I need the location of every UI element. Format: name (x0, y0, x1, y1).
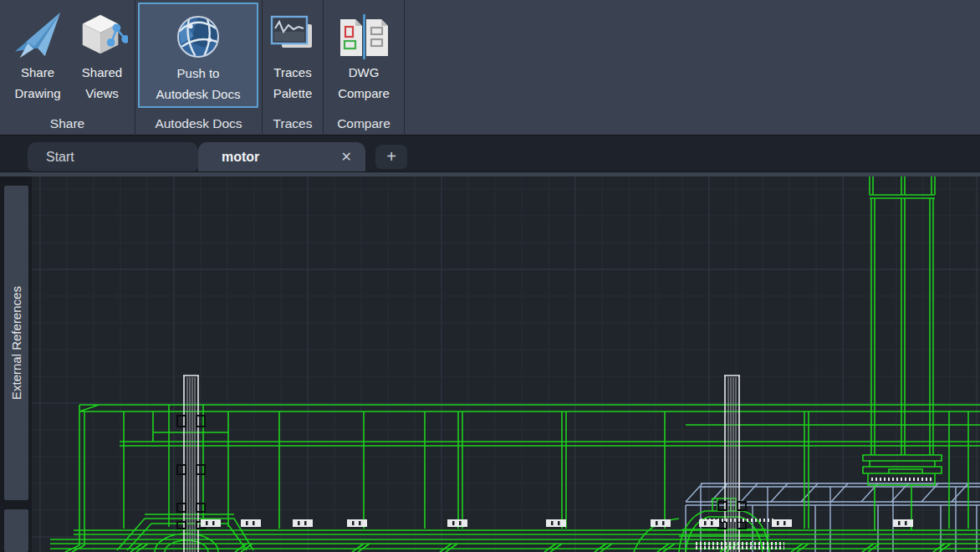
tab-start[interactable]: Start (28, 142, 198, 171)
close-icon[interactable]: ✕ (341, 149, 352, 165)
left-dock: External References (0, 176, 32, 552)
button-label: Drawing (14, 83, 60, 104)
globe-icon (174, 4, 222, 63)
button-label: DWG (349, 62, 380, 83)
tab-label: Start (46, 150, 74, 165)
grid-layer (32, 176, 980, 552)
blue-wireframe-layer (686, 483, 980, 552)
xref-palette-label: External References (4, 186, 28, 500)
group-label-traces: Traces (263, 116, 323, 131)
button-label: Push to (177, 63, 220, 84)
ribbon-group-autodesk-docs: Push to Autodesk Docs Autodesk Docs (135, 0, 262, 135)
file-tab-bar: Start motor ✕ + (0, 135, 980, 171)
cube-share-icon (76, 0, 128, 62)
traces-palette-button[interactable]: Traces Palette (264, 0, 321, 109)
shared-views-button[interactable]: Shared Views (70, 0, 134, 109)
group-label-compare: Compare (324, 116, 404, 131)
clamps-layer (201, 519, 913, 527)
ribbon-group-traces: Traces Palette Traces (263, 0, 323, 135)
button-label: Views (85, 83, 119, 104)
palette-tab-secondary[interactable] (4, 509, 28, 552)
button-label: Traces (273, 62, 311, 83)
button-label: Share (21, 62, 54, 83)
button-label: Palette (273, 83, 313, 104)
ribbon-group-compare: DWG Compare Compare (324, 0, 404, 135)
tab-motor[interactable]: motor ✕ (198, 142, 365, 171)
plus-icon: + (386, 147, 396, 166)
palette-label (4, 509, 28, 552)
xref-palette-tab[interactable]: External References (4, 186, 28, 500)
tab-label: motor (222, 150, 259, 165)
dwg-compare-icon (338, 0, 390, 62)
ribbon-separator (404, 0, 405, 135)
button-label: Shared (82, 62, 122, 83)
ribbon-group-share: Share Drawing Shared Views (0, 0, 135, 135)
application-window: Share Drawing Shared Views (0, 0, 980, 552)
group-label-share: Share (0, 116, 135, 131)
drawing-viewport (32, 176, 980, 552)
button-label: Autodesk Docs (156, 84, 241, 105)
button-label: Compare (338, 83, 390, 104)
new-tab-button[interactable]: + (375, 145, 407, 169)
drawing-canvas[interactable] (32, 176, 980, 552)
group-label-autodesk-docs: Autodesk Docs (135, 116, 262, 131)
dwg-compare-button[interactable]: DWG Compare (330, 0, 397, 109)
traces-palette-icon (268, 0, 317, 62)
share-drawing-button[interactable]: Share Drawing (5, 0, 70, 109)
paper-plane-icon (12, 0, 64, 62)
ribbon: Share Drawing Shared Views (0, 0, 980, 135)
push-to-autodesk-docs-button[interactable]: Push to Autodesk Docs (138, 3, 258, 108)
